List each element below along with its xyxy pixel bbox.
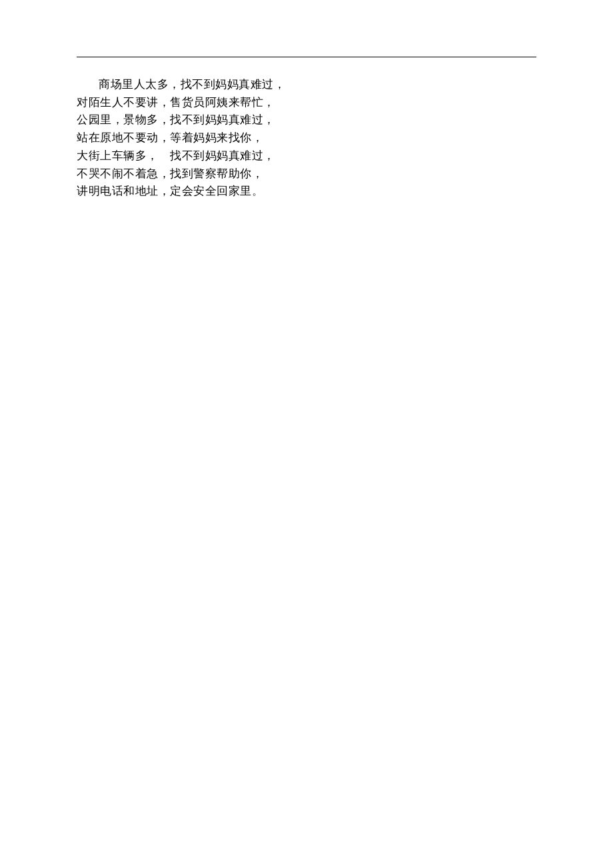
header-divider (77, 57, 536, 57)
text-line: 对陌生人不要讲，售货员阿姨来帮忙， (77, 94, 536, 112)
text-line: 讲明电话和地址，定会安全回家里。 (77, 183, 536, 201)
text-content: 商场里人太多，找不到妈妈真难过， 对陌生人不要讲，售货员阿姨来帮忙， 公园里，景… (77, 76, 536, 201)
text-line: 公园里，景物多，找不到妈妈真难过， (77, 111, 536, 129)
text-line: 商场里人太多，找不到妈妈真难过， (77, 76, 536, 94)
text-line: 大街上车辆多， 找不到妈妈真难过， (77, 147, 536, 165)
text-line: 不哭不闹不着急，找到警察帮助你， (77, 165, 536, 183)
text-line: 站在原地不要动，等着妈妈来找你， (77, 129, 536, 147)
document-page: 商场里人太多，找不到妈妈真难过， 对陌生人不要讲，售货员阿姨来帮忙， 公园里，景… (0, 0, 613, 201)
